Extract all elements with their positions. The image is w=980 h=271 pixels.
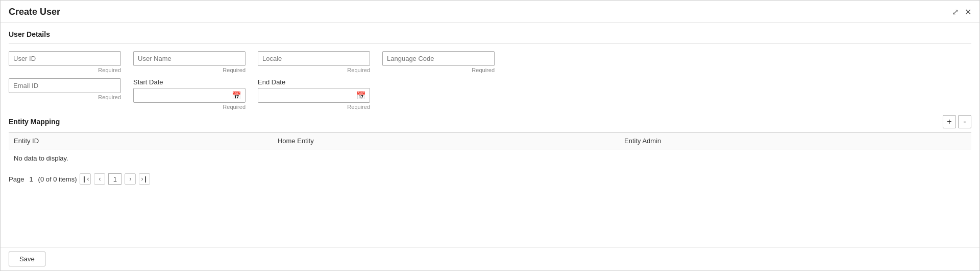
entity-table-header-row: Entity ID Home Entity Entity Admin	[9, 133, 971, 149]
email-id-required: Required	[9, 94, 121, 100]
start-date-label: Start Date	[133, 78, 246, 86]
pagination-row: Page 1 (0 of 0 items) ❙‹ ‹ › ›❙	[9, 171, 971, 187]
entity-no-data-text: No data to display.	[9, 149, 971, 168]
modal-title: Create User	[9, 7, 60, 17]
user-details-divider	[9, 43, 971, 44]
entity-mapping-title: Entity Mapping	[9, 118, 60, 126]
items-info: (0 of 0 items)	[38, 175, 77, 183]
language-code-input[interactable]	[382, 51, 495, 66]
entity-table-body: No data to display.	[9, 149, 971, 168]
col-home-entity: Home Entity	[273, 133, 619, 149]
language-code-field: Required	[382, 51, 495, 73]
end-date-calendar-icon[interactable]: 📅	[356, 91, 366, 100]
add-entity-button[interactable]: +	[943, 115, 956, 128]
first-page-button[interactable]: ❙‹	[80, 173, 91, 185]
col-entity-id: Entity ID	[9, 133, 273, 149]
start-date-required: Required	[133, 104, 246, 110]
modal-footer: Save	[1, 247, 979, 270]
expand-icon[interactable]: ⤢	[952, 8, 959, 16]
end-date-input[interactable]	[258, 88, 370, 103]
close-icon[interactable]: ✕	[965, 8, 971, 16]
end-date-label: End Date	[258, 78, 370, 86]
modal-header: Create User ⤢ ✕	[1, 1, 979, 23]
start-date-calendar-icon[interactable]: 📅	[232, 91, 241, 100]
next-page-button[interactable]: ›	[125, 173, 136, 185]
col-entity-admin: Entity Admin	[619, 133, 971, 149]
last-page-button[interactable]: ›❙	[139, 173, 150, 185]
page-number-input[interactable]	[108, 173, 121, 185]
end-date-input-container: 📅	[258, 88, 370, 103]
user-name-field: Required	[133, 51, 246, 73]
user-id-required: Required	[9, 67, 121, 73]
start-date-field: Start Date 📅 Required	[133, 78, 246, 110]
locale-field: Required	[258, 51, 370, 73]
email-id-field: Required	[9, 78, 121, 100]
entity-mapping-section: Entity Mapping + - Entity ID Home Entity…	[9, 115, 971, 187]
start-date-input-container: 📅	[133, 88, 246, 103]
entity-mapping-header: Entity Mapping + -	[9, 115, 971, 128]
modal-header-icons: ⤢ ✕	[952, 8, 971, 16]
save-button[interactable]: Save	[9, 252, 45, 266]
remove-entity-button[interactable]: -	[958, 115, 971, 128]
user-details-row1: Required Required Required Required	[9, 51, 971, 73]
prev-page-button[interactable]: ‹	[94, 173, 105, 185]
page-label: Page	[9, 175, 24, 183]
language-code-required: Required	[382, 67, 495, 73]
create-user-modal: Create User ⤢ ✕ User Details Required Re…	[0, 0, 980, 271]
user-details-row2: Required Start Date 📅 Required End Date …	[9, 78, 971, 110]
user-name-required: Required	[133, 67, 246, 73]
modal-body: User Details Required Required Required	[1, 23, 979, 247]
entity-mapping-buttons: + -	[943, 115, 971, 128]
end-date-field: End Date 📅 Required	[258, 78, 370, 110]
start-date-input[interactable]	[133, 88, 246, 103]
end-date-required: Required	[258, 104, 370, 110]
entity-no-data-row: No data to display.	[9, 149, 971, 168]
page-number-display: 1	[29, 175, 33, 183]
entity-table: Entity ID Home Entity Entity Admin No da…	[9, 132, 971, 167]
user-details-section: User Details Required Required Required	[9, 30, 971, 110]
user-name-input[interactable]	[133, 51, 246, 66]
locale-required: Required	[258, 67, 370, 73]
entity-table-head: Entity ID Home Entity Entity Admin	[9, 133, 971, 149]
user-id-input[interactable]	[9, 51, 121, 66]
email-id-input[interactable]	[9, 78, 121, 93]
user-id-field: Required	[9, 51, 121, 73]
user-details-title: User Details	[9, 30, 971, 38]
locale-input[interactable]	[258, 51, 370, 66]
